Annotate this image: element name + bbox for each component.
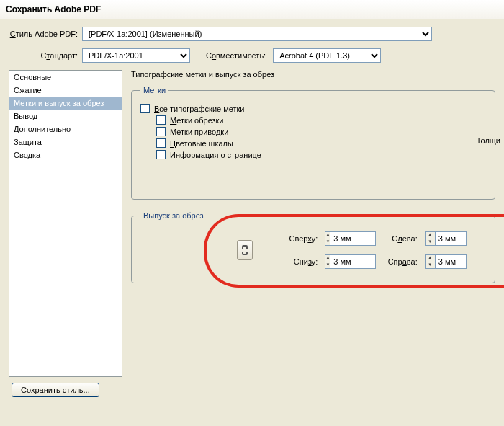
spinner-buttons[interactable]: ▲ ▼ — [425, 231, 435, 246]
sidebar-item-compression[interactable]: Сжатие — [9, 84, 122, 97]
sidebar-item-advanced[interactable]: Дополнительно — [9, 123, 122, 136]
marks-group: Метки Все типографские метки Метки обрез… — [131, 86, 495, 200]
sidebar-item-output[interactable]: Вывод — [9, 110, 122, 123]
sidebar-item-marks-bleed[interactable]: Метки и выпуск за обрез — [9, 97, 122, 110]
bleed-left-label: Слева: — [368, 234, 417, 243]
bleed-bottom-spinner[interactable]: ▲ ▼ — [325, 254, 361, 269]
bleed-right-spinner[interactable]: ▲ ▼ — [425, 254, 486, 269]
link-icon — [241, 244, 248, 256]
checkbox-color-bars[interactable] — [156, 138, 166, 148]
standard-label: Стандарт: — [9, 51, 78, 60]
sidebar-item-summary[interactable]: Сводка — [9, 148, 122, 161]
checkbox-reg-marks[interactable] — [156, 127, 166, 136]
bleed-legend: Выпуск за обрез — [140, 211, 207, 220]
bleed-left-input[interactable] — [435, 231, 467, 246]
spinner-down-icon[interactable]: ▼ — [426, 239, 435, 246]
thickness-label: Толщи — [477, 136, 500, 145]
checkbox-all-marks[interactable] — [140, 104, 150, 113]
spinner-buttons[interactable]: ▲ ▼ — [325, 254, 330, 269]
category-list[interactable]: Основные Сжатие Метки и выпуск за обрез … — [9, 70, 122, 377]
spinner-up-icon[interactable]: ▲ — [426, 232, 435, 239]
bleed-right-input[interactable] — [435, 254, 467, 269]
dialog-content: Стиль Adobe PDF: [PDF/X-1a:2001] (Измене… — [0, 19, 504, 404]
bleed-bottom-label: Снизу: — [269, 257, 318, 266]
style-label: Стиль Adobe PDF: — [9, 30, 78, 38]
compat-select[interactable]: Acrobat 4 (PDF 1.3) — [273, 48, 381, 63]
save-style-button[interactable]: Сохранить стиль... — [12, 383, 99, 397]
checkbox-trim-marks[interactable] — [156, 115, 166, 125]
settings-pane: Типографские метки и выпуск за обрез Мет… — [131, 70, 495, 377]
label-trim-marks: Метки обрезки — [170, 116, 224, 125]
label-page-info: Информация о странице — [170, 151, 261, 159]
bleed-top-label: Сверху: — [269, 234, 318, 243]
style-select[interactable]: [PDF/X-1a:2001] (Измененный) — [82, 27, 432, 41]
window-title: Сохранить Adobe PDF — [0, 0, 504, 19]
bleed-group: Выпуск за обрез Сверху: ▲ ▼ — [131, 211, 495, 283]
marks-legend: Метки — [140, 86, 168, 94]
label-all-marks: Все типографские метки — [154, 105, 245, 113]
bleed-top-spinner[interactable]: ▲ ▼ — [325, 231, 361, 246]
spinner-buttons[interactable]: ▲ ▼ — [325, 231, 330, 246]
bleed-right-label: Справа: — [368, 257, 417, 266]
checkbox-page-info[interactable] — [156, 150, 166, 159]
spinner-buttons[interactable]: ▲ ▼ — [425, 254, 435, 269]
compat-label: Совместимость: — [206, 51, 266, 60]
bleed-left-spinner[interactable]: ▲ ▼ — [425, 231, 486, 246]
spinner-down-icon[interactable]: ▼ — [426, 262, 435, 269]
label-color-bars: Цветовые шкалы — [170, 139, 233, 148]
section-title: Типографские метки и выпуск за обрез — [131, 70, 495, 79]
sidebar-item-general[interactable]: Основные — [9, 71, 122, 84]
link-values-button[interactable] — [237, 240, 253, 260]
sidebar-item-security[interactable]: Защита — [9, 136, 122, 148]
spinner-up-icon[interactable]: ▲ — [426, 255, 435, 262]
label-reg-marks: Метки приводки — [170, 128, 228, 136]
standard-select[interactable]: PDF/X-1a:2001 — [82, 48, 190, 63]
